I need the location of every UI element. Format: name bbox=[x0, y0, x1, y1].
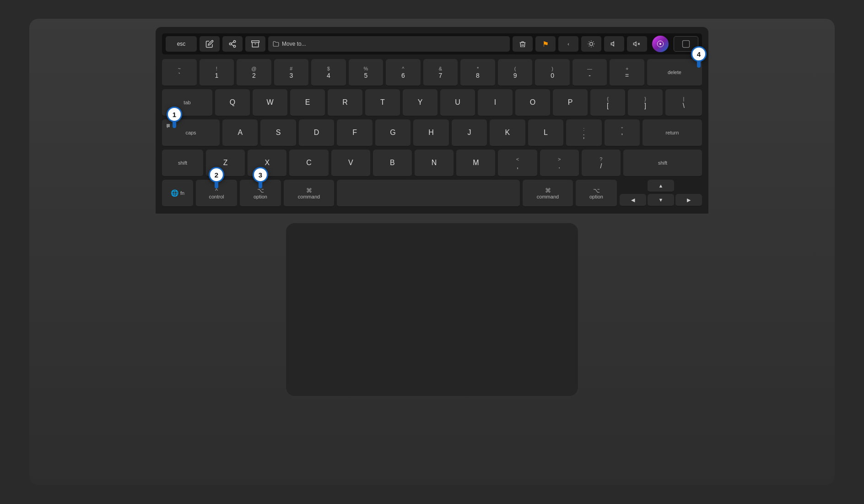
tb-mute-icon[interactable] bbox=[627, 36, 647, 52]
key-shift-right[interactable]: shift bbox=[623, 150, 702, 177]
svg-line-3 bbox=[231, 44, 233, 46]
svg-rect-21 bbox=[683, 41, 690, 48]
key-t[interactable]: T bbox=[365, 89, 400, 117]
svg-line-15 bbox=[593, 42, 594, 42]
svg-point-1 bbox=[229, 43, 232, 45]
key-arrow-up[interactable]: ▲ bbox=[648, 180, 674, 193]
key-command-left[interactable]: ⌘ command bbox=[284, 180, 334, 207]
key-rbracket[interactable]: } ] bbox=[628, 89, 663, 117]
svg-line-10 bbox=[589, 42, 589, 42]
svg-marker-16 bbox=[611, 42, 614, 46]
key-c[interactable]: C bbox=[289, 150, 328, 177]
tb-siri-button[interactable] bbox=[650, 33, 671, 54]
keyboard-wrapper: esc Move to... bbox=[156, 27, 708, 406]
key-9[interactable]: ( 9 bbox=[498, 59, 533, 86]
key-row-modifiers: 🌐 fn ^ control 2 ⌥ option bbox=[162, 180, 702, 207]
key-w[interactable]: W bbox=[253, 89, 287, 117]
key-a[interactable]: A bbox=[222, 119, 258, 147]
key-2[interactable]: @ 2 bbox=[237, 59, 271, 86]
key-minus[interactable]: — - bbox=[572, 59, 607, 86]
svg-point-7 bbox=[590, 43, 593, 46]
key-l[interactable]: L bbox=[528, 119, 563, 147]
tb-flag-icon[interactable]: ⚑ bbox=[535, 36, 556, 52]
badge-2: 2 bbox=[209, 167, 224, 188]
moveto-label: Move to... bbox=[282, 41, 306, 47]
key-r[interactable]: R bbox=[328, 89, 362, 117]
key-7[interactable]: & 7 bbox=[423, 59, 458, 86]
key-control[interactable]: ^ control 2 bbox=[196, 180, 237, 207]
svg-point-2 bbox=[233, 45, 236, 48]
key-equal[interactable]: + = bbox=[610, 59, 644, 86]
tb-edit-icon[interactable] bbox=[200, 36, 220, 52]
key-return[interactable]: return bbox=[643, 119, 702, 147]
tb-archive-icon[interactable] bbox=[245, 36, 265, 52]
svg-line-14 bbox=[589, 46, 589, 46]
key-n[interactable]: N bbox=[415, 150, 454, 177]
key-p[interactable]: P bbox=[553, 89, 588, 117]
svg-rect-5 bbox=[252, 41, 259, 43]
key-option-right[interactable]: ⌥ option bbox=[576, 180, 617, 207]
key-quote[interactable]: " ' bbox=[605, 119, 640, 147]
tb-volume-icon[interactable] bbox=[604, 36, 624, 52]
key-row-numbers: ~ ` ! 1 @ 2 # 3 bbox=[162, 59, 702, 86]
badge-1: 1 bbox=[167, 107, 182, 128]
key-q[interactable]: Q bbox=[215, 89, 250, 117]
key-1[interactable]: ! 1 bbox=[200, 59, 234, 86]
key-e[interactable]: E bbox=[290, 89, 325, 117]
key-slash[interactable]: ? / bbox=[582, 150, 621, 177]
key-period[interactable]: > . bbox=[540, 150, 579, 177]
key-y[interactable]: Y bbox=[403, 89, 437, 117]
key-g[interactable]: G bbox=[375, 119, 410, 147]
key-u[interactable]: U bbox=[440, 89, 475, 117]
key-arrow-down[interactable]: ▼ bbox=[648, 194, 674, 207]
key-j[interactable]: J bbox=[452, 119, 487, 147]
key-backslash[interactable]: | \ bbox=[665, 89, 702, 117]
key-d[interactable]: D bbox=[299, 119, 334, 147]
key-delete[interactable]: delete 4 bbox=[647, 59, 702, 86]
key-comma[interactable]: < , bbox=[498, 150, 537, 177]
key-3[interactable]: # 3 bbox=[274, 59, 309, 86]
key-b[interactable]: B bbox=[373, 150, 412, 177]
key-o[interactable]: O bbox=[515, 89, 550, 117]
key-tilde[interactable]: ~ ` bbox=[162, 59, 197, 86]
key-m[interactable]: M bbox=[456, 150, 495, 177]
key-8[interactable]: * 8 bbox=[460, 59, 495, 86]
badge-4: 4 bbox=[691, 46, 707, 68]
key-6[interactable]: ^ 6 bbox=[386, 59, 421, 86]
svg-point-20 bbox=[659, 43, 661, 45]
svg-marker-17 bbox=[633, 42, 636, 46]
key-semicolon[interactable]: : ; bbox=[566, 119, 601, 147]
key-option-left[interactable]: ⌥ option 3 bbox=[240, 180, 281, 207]
tb-brightness-icon[interactable] bbox=[581, 36, 601, 52]
key-k[interactable]: K bbox=[490, 119, 525, 147]
key-command-right[interactable]: ⌘ command bbox=[523, 180, 573, 207]
key-h[interactable]: H bbox=[413, 119, 448, 147]
keys-container: ~ ` ! 1 @ 2 # 3 bbox=[162, 59, 702, 207]
tb-share-icon[interactable] bbox=[222, 36, 243, 52]
trackpad[interactable] bbox=[286, 223, 578, 397]
key-f[interactable]: F bbox=[337, 119, 372, 147]
touch-bar: esc Move to... bbox=[162, 33, 702, 54]
tb-esc-key[interactable]: esc bbox=[166, 36, 197, 52]
key-shift-left[interactable]: shift bbox=[162, 150, 203, 177]
badge-3: 3 bbox=[253, 167, 268, 188]
key-caps-lock[interactable]: · caps 1 bbox=[162, 119, 220, 147]
key-s[interactable]: S bbox=[260, 119, 296, 147]
tb-delete-icon[interactable] bbox=[513, 36, 533, 52]
key-arrow-right[interactable]: ▶ bbox=[675, 194, 702, 207]
key-4[interactable]: $ 4 bbox=[311, 59, 346, 86]
key-0[interactable]: ) 0 bbox=[535, 59, 570, 86]
svg-line-4 bbox=[231, 42, 233, 43]
key-i[interactable]: I bbox=[478, 89, 513, 117]
arrow-cluster: ▲ ◀ ▼ ▶ bbox=[620, 180, 702, 207]
key-v[interactable]: V bbox=[331, 150, 370, 177]
key-fn[interactable]: 🌐 fn bbox=[162, 180, 193, 207]
laptop-body: esc Move to... bbox=[29, 19, 835, 485]
key-arrow-left[interactable]: ◀ bbox=[620, 194, 646, 207]
tb-left-icon[interactable]: ‹ bbox=[558, 36, 578, 52]
svg-point-0 bbox=[233, 41, 236, 43]
key-lbracket[interactable]: { [ bbox=[590, 89, 625, 117]
key-5[interactable]: % 5 bbox=[349, 59, 383, 86]
key-space[interactable] bbox=[337, 180, 520, 207]
tb-moveto-button[interactable]: Move to... bbox=[268, 36, 510, 52]
